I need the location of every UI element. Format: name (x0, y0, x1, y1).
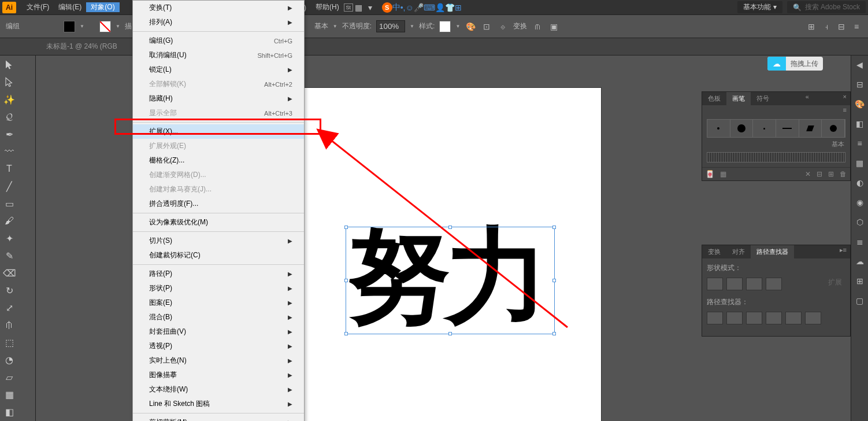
width-tool[interactable]: ⫛ (1, 317, 17, 333)
pf-expand-button[interactable]: 扩展 (825, 278, 845, 290)
pf-merge-button[interactable] (746, 312, 762, 324)
pf-exclude-button[interactable] (766, 278, 782, 290)
menu-item[interactable]: 路径(P)▶ (133, 267, 304, 281)
mask-icon[interactable]: ▣ (548, 21, 559, 32)
brush-remove-icon[interactable]: ✕ (805, 170, 811, 178)
tab-transform[interactable]: 变换 (702, 245, 726, 258)
sogou-icon[interactable]: S (382, 2, 392, 13)
dock-color-icon[interactable]: 🎨 (854, 98, 866, 110)
dock-graphic-styles-icon[interactable]: ⬡ (854, 216, 866, 228)
style-dropdown-icon[interactable]: ▼ (455, 24, 460, 29)
pf-crop-button[interactable] (766, 312, 782, 324)
dock-transparency-icon[interactable]: ◐ (854, 177, 866, 189)
dock-properties-icon[interactable]: ⊟ (854, 79, 866, 90)
resize-handle-r[interactable] (552, 279, 556, 282)
menu-item[interactable]: 隐藏(H)▶ (133, 91, 304, 106)
type-tool[interactable]: T (1, 161, 17, 177)
pf-divide-button[interactable] (707, 312, 723, 324)
free-transform-tool[interactable]: ⬚ (1, 334, 17, 350)
tray-grid-icon[interactable]: ⊞ (455, 3, 462, 12)
menu-item[interactable]: 形状(P)▶ (133, 281, 304, 296)
brush-slot[interactable] (799, 120, 822, 137)
pf-outline-button[interactable] (785, 312, 802, 324)
dock-artboards-icon[interactable]: ▢ (854, 295, 866, 306)
pf-minus-back-button[interactable] (805, 312, 821, 324)
panel-menu-icon[interactable]: ≡ (840, 105, 850, 115)
tab-symbols[interactable]: 符号 (751, 92, 775, 105)
dock-stroke-icon[interactable]: ≡ (854, 138, 866, 149)
resize-handle-b[interactable] (448, 332, 452, 335)
brush-tool[interactable]: 🖌 (1, 213, 17, 229)
brush-dropdown-icon[interactable]: ▼ (333, 24, 337, 29)
opacity-input[interactable] (376, 20, 405, 32)
transform-icon[interactable]: ⟐ (497, 21, 509, 32)
menu-item[interactable]: 排列(A)▶ (133, 15, 304, 29)
tray-punct-icon[interactable]: •, (400, 3, 406, 12)
menu-file[interactable]: 文件(F) (22, 2, 54, 12)
resize-handle-br[interactable] (552, 332, 556, 335)
tray-keyboard-icon[interactable]: ⌨ (424, 3, 435, 12)
menu-item[interactable]: 封套扭曲(V)▶ (133, 324, 304, 339)
brush-slot[interactable] (730, 120, 754, 137)
eraser-tool[interactable]: ⌫ (1, 265, 17, 281)
panel-menu-icon[interactable]: ▸≡ (836, 245, 850, 258)
tray-shirt-icon[interactable]: 👕 (445, 3, 455, 12)
panel-close-icon[interactable]: × (840, 92, 850, 105)
menu-item[interactable]: 锁定(L)▶ (133, 62, 304, 77)
lasso-tool[interactable]: 𝓠 (1, 109, 17, 125)
fill-swatch[interactable] (64, 21, 75, 32)
scale-tool[interactable]: ⤢ (1, 300, 17, 316)
brush-slot[interactable] (776, 120, 799, 137)
menu-edit[interactable]: 编辑(E) (54, 2, 86, 12)
rectangle-tool[interactable]: ▭ (1, 195, 17, 212)
menu-item[interactable]: 变换(T)▶ (133, 1, 304, 15)
tab-align[interactable]: 对齐 (726, 245, 751, 258)
brush-slot[interactable] (822, 120, 845, 137)
menu-item[interactable]: 剪切蒙版(M)▶ (133, 415, 304, 421)
align-icon[interactable]: ⊡ (481, 21, 492, 32)
dock-appearance-icon[interactable]: ◉ (854, 197, 866, 208)
arrange-icon[interactable]: ▦ (353, 2, 365, 13)
pf-trim-button[interactable] (726, 312, 743, 324)
dock-layers-icon[interactable]: ≣ (854, 236, 866, 248)
recolor-icon[interactable]: 🎨 (465, 21, 476, 32)
st-icon[interactable]: St (344, 3, 353, 12)
document-tab[interactable]: 未标题-1 @ 24% (RGB (40, 42, 123, 51)
resize-handle-t[interactable] (448, 226, 452, 229)
selection-bounding-box[interactable] (346, 227, 555, 334)
tab-brushes[interactable]: 画笔 (726, 92, 751, 105)
transform-label[interactable]: 变换 (513, 21, 527, 31)
tray-smile-icon[interactable]: ☺ (405, 3, 413, 12)
menu-item[interactable]: 混合(B)▶ (133, 310, 304, 324)
upload-button[interactable]: ☁ 拖拽上传 (767, 57, 823, 71)
menu-object[interactable]: 对象(O) (86, 2, 119, 12)
pf-minus-front-button[interactable] (726, 278, 743, 290)
opacity-dropdown-icon[interactable]: ▼ (410, 24, 414, 29)
menu-item[interactable]: Line 和 Sketch 图稿▶ (133, 397, 304, 411)
stroke-dropdown-icon[interactable]: ▼ (116, 24, 120, 29)
menu-item[interactable]: 设为像素级优化(M) (133, 215, 304, 230)
brush-library-icon[interactable]: 🀄 (706, 170, 714, 178)
dock-cc-icon[interactable]: ☁ (854, 256, 866, 267)
menu-item[interactable]: 拼合透明度(F)... (133, 197, 304, 211)
layout-icon-3[interactable]: ⊟ (836, 21, 847, 32)
style-swatch[interactable] (439, 21, 451, 32)
menu-item[interactable]: 取消编组(U)Shift+Ctrl+G (133, 48, 304, 62)
brush-lib2-icon[interactable]: ▦ (720, 170, 726, 178)
tray-mic-icon[interactable]: 🎤 (414, 3, 424, 12)
brush-options-icon[interactable]: ⊟ (817, 170, 822, 178)
shape-builder-tool[interactable]: ◔ (1, 352, 17, 368)
ime-zhong[interactable]: 中 (392, 2, 400, 13)
brush-new-icon[interactable]: ⊞ (828, 170, 834, 178)
tab-swatches[interactable]: 色板 (702, 92, 726, 105)
menu-item[interactable]: 切片(S)▶ (133, 234, 304, 248)
pen-tool[interactable]: ✒ (1, 126, 17, 142)
dock-colorguide-icon[interactable]: ◧ (854, 118, 866, 130)
menu-help[interactable]: 帮助(H) (311, 2, 344, 12)
stroke-swatch[interactable] (99, 21, 111, 32)
panel-collapse-icon[interactable]: « (802, 92, 813, 105)
menu-item[interactable]: 扩展(X)... (133, 124, 304, 139)
pf-unite-button[interactable] (707, 278, 723, 290)
menu-item[interactable]: 文本绕排(W)▶ (133, 382, 304, 397)
brush-delete-icon[interactable]: 🗑 (840, 170, 847, 178)
